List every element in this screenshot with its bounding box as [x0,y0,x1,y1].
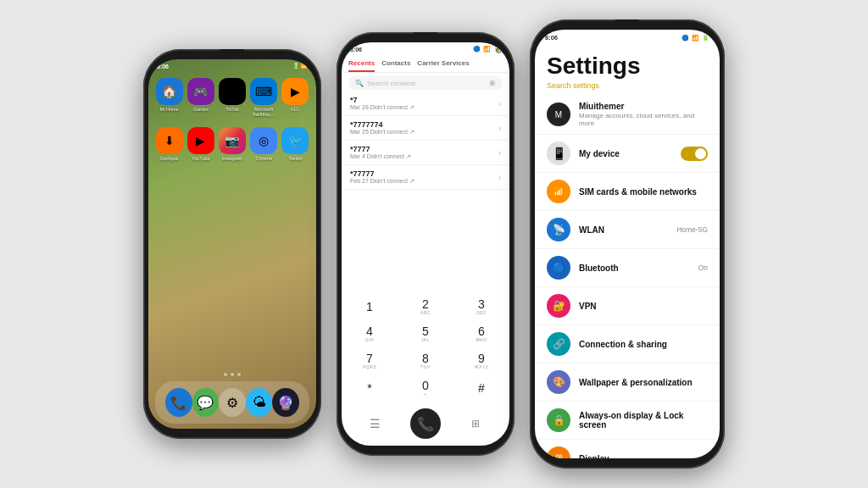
tab-carrier[interactable]: Carrier Services [417,56,469,72]
status-bar: 8:06 🔋📶 [148,59,316,73]
dial-key-3[interactable]: 3DEF [453,293,509,320]
wlan-icon: 📡 [547,218,570,241]
dial-key-7[interactable]: 7PQRS [342,347,398,374]
recent-call-item[interactable]: *77777 Feb 27 Didn't connect ↗ › [342,165,509,190]
settings-item-wallpaper[interactable]: 🎨 Wallpaper & personalization [535,363,720,402]
app-getapps[interactable]: ⬇ GetApps [155,127,183,161]
app-chrome[interactable]: ◎ Chrome [250,127,278,161]
dock-settings[interactable]: ⚙ [219,388,246,417]
app-instagram[interactable]: 📷 Instagram [218,127,246,161]
app-dock: 📞 💬 ⚙ 🌤 🔮 [155,381,309,424]
app-mihome[interactable]: 🏠 Mi Home [155,78,183,117]
vpn-info: VPN [579,302,708,311]
settings-item-miuithemer[interactable]: M Miuithemer Manage accounts, cloud serv… [535,95,720,135]
menu-icon[interactable]: ☰ [364,412,387,435]
settings-item-vpn[interactable]: 🔐 VPN [535,287,720,325]
dock-phone[interactable]: 📞 [165,388,192,417]
mydevice-toggle[interactable] [681,147,708,161]
dock-messages[interactable]: 💬 [192,388,220,417]
app-icon-img: ◎ [250,127,277,154]
app-label: Twitter [288,156,302,161]
dial-key-0[interactable]: 0+ [398,374,453,402]
settings-item-mydevice[interactable]: 📱 My device [535,135,720,173]
dialer-search-bar[interactable]: 🔍 Search contacts ⊕ [348,76,503,90]
dialer-tabs: Recents Contacts Carrier Services [342,56,509,73]
miuithemer-title: Miuithemer [579,102,708,111]
dial-key-5[interactable]: 5JKL [398,320,453,347]
dial-key-6[interactable]: 6MNO [453,320,509,347]
home-background: 8:06 🔋📶 🏠 Mi Home 🎮 Games ♪ TikTok [148,59,316,429]
app-grid-row2: ⬇ GetApps ▶ YouTube 📷 Instagram ◎ Chrome… [148,122,316,166]
dial-key-9[interactable]: 9WXYZ [453,347,509,374]
settings-item-sim[interactable]: 📶 SIM cards & mobile networks [535,173,720,211]
chevron-right-icon: › [498,124,501,133]
search-clear-icon[interactable]: ⊕ [489,79,496,87]
search-placeholder: Search contacts [367,80,415,87]
miuithemer-info: Miuithemer Manage accounts, cloud servic… [579,102,708,127]
home-screen: 8:06 🔋📶 🏠 Mi Home 🎮 Games ♪ TikTok [148,59,316,429]
lockscreen-title: Always-on display & Lock screen [579,411,708,430]
settings-item-lockscreen[interactable]: 🔒 Always-on display & Lock screen [535,402,720,440]
dock-lens[interactable]: 🔮 [272,388,299,417]
app-label: Microsoft SwiftKey… [250,107,278,117]
dock-weather[interactable]: 🌤 [246,388,273,417]
dialer-settings-icon[interactable]: ⚙ [495,46,503,55]
app-icon-img: 🏠 [156,78,183,105]
app-twitter[interactable]: 🐦 Twitter [281,127,309,161]
dialer-time: 8:06 [350,47,362,53]
dialer-actions: ☰ 📞 ⊞ [342,403,509,446]
call-number: *77777 [350,169,415,178]
recent-call-item[interactable]: *7777774 Mar 25 Didn't connect ↗ › [342,116,509,141]
vpn-icon: 🔐 [547,294,570,318]
app-icon-img: 📷 [219,127,246,154]
settings-battery-icon: 🔋 [702,35,709,42]
connection-title: Connection & sharing [579,340,708,349]
call-meta: Feb 27 Didn't connect ↗ [350,178,415,185]
bluetooth-info: Bluetooth [579,263,690,273]
dial-key-1[interactable]: 1 [342,293,398,320]
tab-contacts[interactable]: Contacts [381,56,410,72]
settings-page-title: Settings [535,46,720,81]
settings-item-connection[interactable]: 🔗 Connection & sharing [535,325,720,363]
dialpad-toggle-icon[interactable]: ⊞ [464,412,487,435]
settings-item-display[interactable]: 🖥 Display [535,440,720,458]
phone-settings: 8:06 🔵 📶 🔋 Settings Search settings M Mi… [530,19,725,469]
settings-search-button[interactable]: Search settings [535,81,720,95]
app-label: Chrome [255,156,272,161]
app-games[interactable]: 🎮 Games [186,78,214,117]
dial-key-4[interactable]: 4GHI [342,320,398,347]
app-label: GetApps [160,156,178,161]
settings-item-wlan[interactable]: 📡 WLAN Home-5G [535,211,720,249]
chevron-right-icon: › [498,173,501,182]
dialer-screen: 8:06 🔵 📶 🔋 ⚙ Recents Contacts Carrier Se… [342,42,509,446]
sim-icon: 📶 [547,180,570,203]
recent-calls-list: *7 Mar 28 Didn't connect ↗ › *7777774 Ma… [342,92,509,291]
mydevice-icon: 📱 [547,141,570,165]
app-icon-img: 🐦 [281,127,309,154]
app-tiktok[interactable]: ♪ TikTok [218,78,246,117]
settings-item-bluetooth[interactable]: 🔵 Bluetooth On [535,249,720,287]
dialer-status-bar: 8:06 🔵 📶 🔋 [342,42,509,56]
miuithemer-icon: M [547,103,570,126]
recent-call-item[interactable]: *7 Mar 28 Didn't connect ↗ › [342,92,509,116]
settings-status-bar: 8:06 🔵 📶 🔋 [535,30,720,46]
app-label: TikTok [225,107,239,112]
tab-recents[interactable]: Recents [348,56,375,72]
connection-icon: 🔗 [547,332,570,356]
dial-key-star[interactable]: * [342,374,398,402]
wifi-status-icon: 📶 [483,46,491,53]
app-youtube[interactable]: ▶ YouTube [186,127,214,161]
recent-call-item[interactable]: *7777 Mar 4 Didn't connect ↗ › [342,141,509,165]
sim-info: SIM cards & mobile networks [579,187,708,197]
app-vlc[interactable]: ▶ VLC [281,78,309,117]
app-label: VLC [291,107,300,112]
display-icon: 🖥 [547,446,570,458]
app-swiftkey[interactable]: ⌨ Microsoft SwiftKey… [250,78,278,117]
dial-key-2[interactable]: 2ABC [398,293,453,320]
home-wallpaper-area [148,166,316,371]
lockscreen-icon: 🔒 [547,408,570,432]
dial-key-8[interactable]: 8TUV [398,347,453,374]
call-button[interactable]: 📞 [410,408,441,439]
dial-key-hash[interactable]: # [453,374,509,402]
app-label: Games [193,107,209,112]
